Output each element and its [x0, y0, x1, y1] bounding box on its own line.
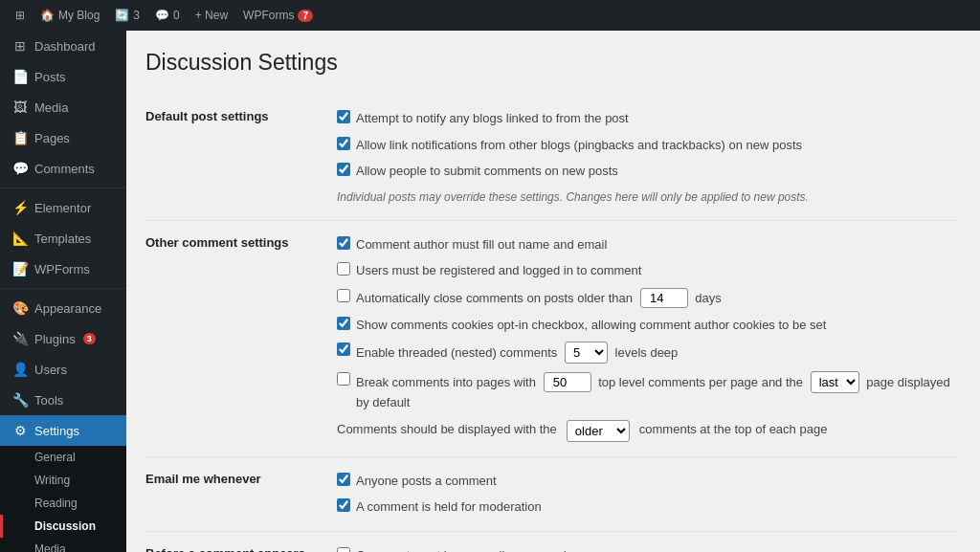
email-me-whenever-label: Email me whenever: [145, 456, 337, 531]
cb-pingbacks: Allow link notifications from other blog…: [337, 136, 961, 155]
page-title: Discussion Settings: [145, 50, 961, 76]
new-content[interactable]: + New: [188, 0, 235, 31]
sidebar-item-pages[interactable]: 📋 Pages: [0, 122, 126, 153]
cb-author-name: Comment author must fill out name and em…: [337, 235, 961, 254]
display-order-label-before: Comments should be displayed with the: [337, 420, 557, 440]
cb-submit-comments: Allow people to submit comments on new p…: [337, 162, 961, 181]
sidebar-item-elementor[interactable]: ⚡ Elementor: [0, 192, 126, 223]
default-post-description: Individual posts may override these sett…: [337, 188, 961, 206]
before-comment-row: Before a comment appears Comment must be…: [145, 531, 961, 552]
cb-break-pages: Break comments into pages with top level…: [337, 371, 961, 412]
break-pages-order-select[interactable]: lastfirst: [811, 371, 859, 393]
sidebar-item-settings[interactable]: ⚙ Settings: [0, 415, 126, 446]
menu-separator-2: [0, 288, 126, 289]
media-icon: 🖼: [11, 99, 29, 115]
sidebar-item-media[interactable]: 🖼 Media: [0, 92, 126, 122]
submenu-discussion[interactable]: Discussion: [0, 515, 126, 538]
posts-icon: 📄: [11, 69, 29, 84]
pingbacks-checkbox[interactable]: [337, 137, 350, 150]
auto-close-days-input[interactable]: [640, 288, 688, 308]
cb-cookies: Show comments cookies opt-in checkbox, a…: [337, 316, 961, 335]
updates-icon: 🔄: [115, 9, 129, 22]
comments-link[interactable]: 💬 0: [147, 0, 188, 31]
other-comment-settings-row: Other comment settings Comment author mu…: [145, 220, 961, 456]
auto-close-checkbox[interactable]: [337, 289, 350, 302]
cb-held-moderation: A comment is held for moderation: [337, 497, 961, 517]
wpforms-badge: 7: [298, 10, 313, 22]
sidebar: ⊞ Dashboard 📄 Posts 🖼 Media 📋 Pages 💬 Co…: [0, 31, 126, 552]
submenu-media[interactable]: Media: [0, 538, 126, 552]
submenu-writing[interactable]: Writing: [0, 469, 126, 492]
settings-submenu: General Writing Reading Discussion Media…: [0, 446, 126, 552]
display-order-row: Comments should be displayed with the ol…: [337, 420, 961, 442]
threaded-checkbox[interactable]: [337, 342, 350, 356]
display-order-label-after: comments at the top of each page: [639, 420, 828, 440]
wp-logo[interactable]: ⊞: [8, 0, 33, 31]
sidebar-item-posts[interactable]: 📄 Posts: [0, 61, 126, 92]
registered-checkbox[interactable]: [337, 262, 350, 276]
anyone-posts-checkbox[interactable]: [337, 473, 350, 486]
email-me-whenever-row: Email me whenever Anyone posts a comment…: [145, 456, 961, 531]
sidebar-item-wpforms[interactable]: 📝 WPForms: [0, 254, 126, 284]
submenu-reading[interactable]: Reading: [0, 492, 126, 515]
submit-comments-checkbox[interactable]: [337, 163, 350, 176]
comments-icon: 💬: [11, 161, 29, 176]
notify-blogs-label: Attempt to notify any blogs linked to fr…: [356, 109, 629, 128]
submit-comments-label: Allow people to submit comments on new p…: [356, 162, 618, 181]
held-moderation-checkbox[interactable]: [337, 498, 350, 512]
held-moderation-label: A comment is held for moderation: [356, 497, 542, 517]
cb-anyone-posts: Anyone posts a comment: [337, 472, 961, 491]
author-name-checkbox[interactable]: [337, 236, 350, 250]
sidebar-item-plugins[interactable]: 🔌 Plugins 3: [0, 323, 126, 354]
before-comment-td: Comment must be manually approved Commen…: [337, 531, 961, 552]
tools-icon: 🔧: [11, 392, 29, 408]
manual-approve-label: Comment must be manually approved: [356, 546, 567, 553]
users-icon: 👤: [11, 362, 29, 377]
break-pages-count-input[interactable]: [544, 372, 591, 392]
submenu-general[interactable]: General: [0, 446, 126, 469]
manual-approve-checkbox[interactable]: [337, 547, 350, 553]
notify-blogs-checkbox[interactable]: [337, 110, 350, 123]
default-post-settings-label: Default post settings: [145, 95, 337, 220]
other-comment-settings-label: Other comment settings: [145, 220, 337, 456]
site-home-icon: 🏠: [40, 9, 55, 22]
sidebar-item-appearance[interactable]: 🎨 Appearance: [0, 293, 126, 323]
threaded-depth-select[interactable]: 12345678910: [565, 342, 608, 364]
email-me-whenever-td: Anyone posts a comment A comment is held…: [337, 456, 961, 531]
updates[interactable]: 🔄 3: [107, 0, 147, 31]
break-pages-checkbox[interactable]: [337, 372, 350, 386]
cookies-label: Show comments cookies opt-in checkbox, a…: [356, 316, 826, 335]
plugins-icon: 🔌: [11, 331, 29, 346]
cookies-checkbox[interactable]: [337, 317, 350, 330]
threaded-label: Enable threaded (nested) comments 123456…: [356, 342, 678, 364]
author-name-label: Comment author must fill out name and em…: [356, 235, 607, 254]
dashboard-icon: ⊞: [11, 38, 29, 54]
wpforms-menu[interactable]: WPForms 7: [235, 0, 321, 31]
sidebar-item-dashboard[interactable]: ⊞ Dashboard: [0, 31, 126, 61]
display-order-select[interactable]: oldernewer: [567, 420, 630, 442]
sidebar-item-tools[interactable]: 🔧 Tools: [0, 385, 126, 415]
default-post-settings-td: Attempt to notify any blogs linked to fr…: [337, 95, 961, 220]
sidebar-item-users[interactable]: 👤 Users: [0, 354, 126, 385]
templates-icon: 📐: [11, 231, 29, 246]
break-pages-label: Break comments into pages with top level…: [356, 371, 961, 412]
cb-manual-approve: Comment must be manually approved: [337, 546, 961, 553]
plugins-badge: 3: [83, 333, 96, 344]
cb-registered: Users must be registered and logged in t…: [337, 261, 961, 280]
other-comment-settings-td: Comment author must fill out name and em…: [337, 220, 961, 456]
settings-icon: ⚙: [11, 423, 29, 438]
settings-table: Default post settings Attempt to notify …: [145, 95, 961, 552]
site-name[interactable]: 🏠 My Blog: [33, 0, 107, 31]
comment-icon: 💬: [155, 9, 169, 22]
registered-label: Users must be registered and logged in t…: [356, 261, 641, 280]
cb-threaded: Enable threaded (nested) comments 123456…: [337, 342, 961, 364]
cb-auto-close: Automatically close comments on posts ol…: [337, 288, 961, 308]
pingbacks-label: Allow link notifications from other blog…: [356, 136, 802, 155]
page-wrap: Discussion Settings Default post setting…: [145, 50, 961, 552]
sidebar-item-templates[interactable]: 📐 Templates: [0, 223, 126, 254]
elementor-icon: ⚡: [11, 200, 29, 215]
auto-close-label-before: Automatically close comments on posts ol…: [356, 288, 722, 308]
appearance-icon: 🎨: [11, 300, 29, 316]
default-post-settings-row: Default post settings Attempt to notify …: [145, 95, 961, 220]
sidebar-item-comments[interactable]: 💬 Comments: [0, 153, 126, 184]
